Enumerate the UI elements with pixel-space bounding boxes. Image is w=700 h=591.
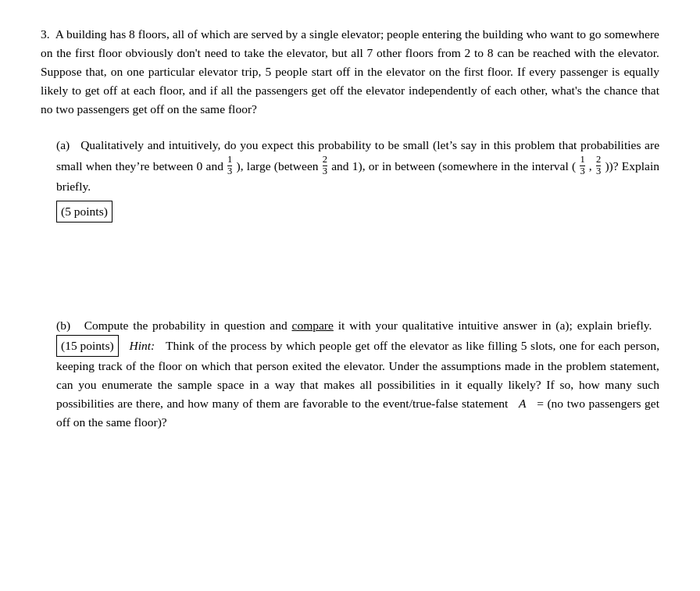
part-b-A: A xyxy=(519,397,526,410)
part-a: (a) Qualitatively and intuitively, do yo… xyxy=(56,136,659,223)
part-b-label: (b) xyxy=(56,319,70,332)
part-a-text-middle2: and 1), or in between (somewhere in the … xyxy=(331,159,576,173)
part-b-hint-label: Hint: xyxy=(130,339,155,352)
frac-2-3-b: 2 3 xyxy=(596,155,601,177)
part-b-points: (15 points) xyxy=(56,335,119,357)
part-b-content: Compute the probability in question and … xyxy=(56,319,659,429)
part-a-label: (a) xyxy=(56,138,70,151)
part-a-text-middle3: , xyxy=(589,159,592,173)
part-b: (b) Compute the probability in question … xyxy=(56,316,659,432)
part-a-spacer xyxy=(73,138,77,151)
problem-statement: 3. A building has 8 floors, all of which… xyxy=(41,25,659,119)
part-b-text1: Compute the probability in question and … xyxy=(84,319,652,332)
problem-intro-text: A building has 8 floors, all of which ar… xyxy=(41,27,659,116)
parts-container: (a) Qualitatively and intuitively, do yo… xyxy=(56,136,659,432)
part-a-text-middle1: ), large (between xyxy=(237,159,319,173)
part-a-content: Qualitatively and intuitively, do you ex… xyxy=(56,138,659,193)
problem-number: 3. xyxy=(41,27,50,41)
frac-2-3-a: 2 3 xyxy=(323,155,327,177)
frac-1-3: 1 3 xyxy=(227,155,232,177)
frac-1-3-b: 1 3 xyxy=(580,155,584,177)
part-b-spacer xyxy=(75,319,80,332)
part-a-points: (5 points) xyxy=(56,201,112,223)
problem-container: 3. A building has 8 floors, all of which… xyxy=(41,25,659,432)
